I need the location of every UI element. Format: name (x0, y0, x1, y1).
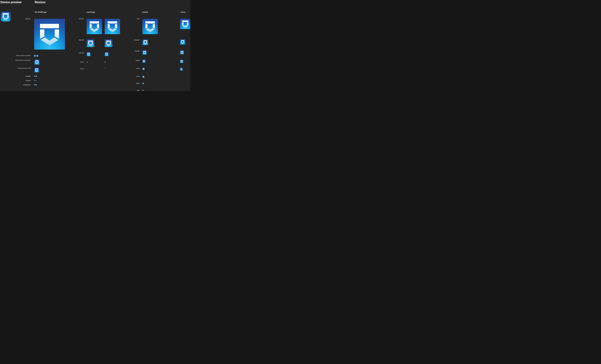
row-label-xxxhdpi: XXXHDPI (128, 39, 140, 41)
ios-column-header: iOS, iPadOS app (35, 11, 47, 13)
app-logo-icon (36, 55, 38, 57)
device-preview-app-icon[interactable] (1, 11, 10, 21)
app-icon-macos-256-a[interactable] (87, 39, 94, 47)
row-label-home-screen-ipad-pro: Home Screen on iPad Pro (6, 59, 31, 61)
app-icon-android-mdpi[interactable] (142, 83, 144, 84)
app-icon-aurora-5[interactable] (180, 68, 183, 71)
row-label-128: 128×128 (72, 52, 84, 54)
app-logo-icon (36, 80, 36, 81)
app-icon-ios-settings-a[interactable] (34, 80, 35, 81)
row-label-hdpi: HDPI (128, 68, 140, 69)
app-icon-macos-16-b[interactable] (105, 68, 105, 69)
app-icon-macos-32-b[interactable] (105, 61, 106, 62)
app-icon-aurora-1[interactable] (180, 19, 190, 29)
app-icon-ios-ipad-pro[interactable] (34, 60, 40, 65)
row-label-appstore: Appstore (6, 18, 31, 20)
row-label-spotlight: Spotlight (6, 75, 31, 77)
app-logo-icon (105, 39, 112, 47)
app-icon-ios-appstore[interactable] (34, 19, 65, 50)
row-label-xxhdpi: XXHDPI (128, 50, 140, 52)
app-logo-icon (180, 51, 184, 54)
app-logo-icon (87, 52, 90, 56)
row-label-home-screen-ipad: Home Screen on iPad (6, 67, 31, 69)
app-logo-icon (180, 39, 185, 44)
row-label-settings: Settings (6, 80, 31, 81)
row-label-notifications: Notifications (6, 84, 31, 86)
app-icon-android-web[interactable] (142, 19, 158, 34)
resizes-title: Resizes (35, 0, 45, 4)
app-logo-icon (142, 39, 148, 45)
app-icon-ios-ipad[interactable] (34, 68, 39, 72)
app-icon-ios-spotlight-a[interactable] (34, 76, 35, 77)
app-logo-icon (105, 68, 105, 69)
app-logo-icon (87, 68, 87, 69)
app-icon-ios-notifications-b[interactable] (36, 84, 37, 85)
app-logo-icon (180, 19, 190, 29)
app-icon-android-hdpi[interactable] (142, 68, 145, 70)
row-label-ldpi: LDPI (128, 90, 140, 91)
device-preview-title: Device preview (0, 0, 21, 4)
app-logo-icon (34, 19, 65, 50)
aurora-column-header: Aurora (180, 11, 185, 13)
app-logo-icon (142, 90, 143, 91)
app-logo-icon (87, 61, 88, 62)
row-label-32: 32×32 (72, 61, 84, 63)
app-icon-macos-512-b[interactable] (105, 19, 120, 34)
android-column-header: Android (142, 11, 148, 13)
app-icon-macos-128-b[interactable] (105, 52, 109, 56)
app-icon-android-xxhdpi[interactable] (142, 50, 147, 55)
app-logo-icon (34, 55, 36, 57)
app-icon-macos-32-a[interactable] (87, 61, 88, 62)
app-logo-icon (105, 52, 109, 56)
icon-template-canvas: Device preview Resizes iOS, iPadOS app A… (0, 0, 190, 91)
app-icon-macos-128-a[interactable] (87, 52, 90, 56)
app-logo-icon (87, 19, 102, 34)
app-icon-ios-settings-b[interactable] (36, 80, 36, 81)
row-label-16: 16×16 (72, 68, 84, 70)
app-logo-icon (142, 50, 147, 55)
app-logo-icon (180, 60, 183, 63)
row-label-256: 256×256 (72, 39, 84, 41)
app-icon-macos-256-b[interactable] (105, 39, 112, 47)
macos-column-header: macOS app (87, 11, 95, 13)
app-logo-icon (36, 84, 37, 85)
app-logo-icon (142, 83, 144, 84)
app-logo-icon (34, 68, 39, 72)
app-logo-icon (142, 60, 145, 63)
app-logo-icon (180, 68, 183, 71)
app-icon-android-xhdpi[interactable] (142, 60, 145, 63)
app-icon-aurora-4[interactable] (180, 60, 183, 63)
app-logo-icon (34, 76, 35, 77)
app-logo-icon (36, 76, 37, 77)
app-logo-icon (105, 61, 106, 62)
app-logo-icon (105, 19, 120, 34)
app-icon-ios-iphone-b[interactable] (36, 55, 38, 57)
app-icon-macos-512-a[interactable] (87, 19, 102, 34)
row-label-tvdpi: TVDPI (128, 76, 140, 77)
row-label-home-screen-iphone: Home Screen on iPhone (6, 55, 31, 56)
app-logo-icon (142, 19, 158, 34)
app-logo-icon (34, 60, 40, 65)
app-icon-android-tvdpi[interactable] (142, 76, 144, 78)
app-icon-android-xxxhdpi[interactable] (142, 39, 148, 45)
row-label-xhdpi: XHDPI (128, 60, 140, 61)
app-icon-android-ldpi[interactable] (142, 90, 143, 91)
app-icon-ios-notifications-a[interactable] (34, 84, 35, 85)
app-logo-icon (34, 80, 35, 81)
app-logo-icon (1, 11, 10, 21)
app-icon-ios-iphone-a[interactable] (34, 55, 36, 57)
app-icon-aurora-2[interactable] (180, 39, 185, 44)
app-logo-icon (142, 68, 145, 70)
app-icon-ios-spotlight-b[interactable] (36, 76, 37, 77)
row-label-512: 512×512 (72, 18, 84, 20)
row-label-web: Web (128, 18, 140, 20)
app-icon-aurora-3[interactable] (180, 51, 184, 54)
app-logo-icon (87, 39, 94, 47)
row-label-mdpi: MDPI (128, 83, 140, 84)
app-icon-macos-16-a[interactable] (87, 68, 87, 69)
app-logo-icon (34, 84, 35, 85)
app-logo-icon (142, 76, 144, 78)
